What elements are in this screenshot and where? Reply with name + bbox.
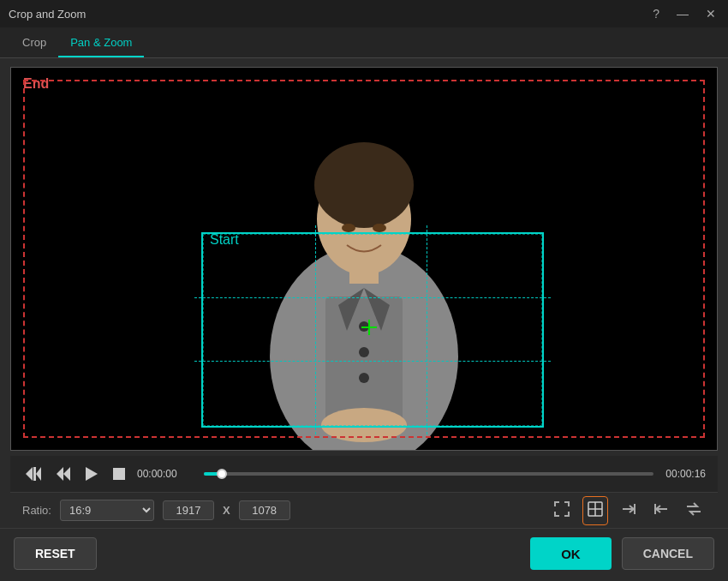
- svg-point-12: [373, 224, 386, 232]
- total-time: 00:00:16: [665, 468, 706, 480]
- button-bar: RESET OK CANCEL: [0, 528, 728, 578]
- titlebar-controls: ? — ✕: [649, 5, 719, 22]
- svg-rect-19: [113, 468, 125, 480]
- ok-button[interactable]: OK: [530, 537, 612, 570]
- svg-marker-15: [36, 467, 41, 481]
- svg-marker-16: [63, 467, 70, 481]
- swap-button[interactable]: [682, 497, 706, 524]
- coord-separator: X: [223, 504, 230, 517]
- current-time: 00:00:00: [137, 468, 192, 480]
- playback-controls: 00:00:00 00:00:16: [10, 456, 718, 492]
- fit-icon-button[interactable]: [550, 497, 574, 524]
- crosshair: [361, 320, 377, 335]
- help-button[interactable]: ?: [649, 5, 663, 22]
- video-area: End Start: [10, 67, 718, 451]
- cancel-button[interactable]: CANCEL: [622, 537, 714, 570]
- ratio-bar: Ratio: 16:9 4:3 1:1 Custom X: [10, 492, 718, 528]
- svg-point-11: [342, 224, 355, 232]
- tab-pan-zoom[interactable]: Pan & Zoom: [58, 29, 144, 57]
- tabbar: Crop Pan & Zoom: [0, 27, 728, 58]
- progress-thumb[interactable]: [217, 469, 227, 479]
- width-input[interactable]: [163, 500, 214, 520]
- end-label: End: [23, 76, 49, 92]
- play-button[interactable]: [82, 465, 101, 482]
- align-left-button[interactable]: [649, 497, 673, 524]
- svg-point-6: [359, 347, 369, 357]
- stop-button[interactable]: [110, 466, 128, 482]
- svg-rect-3: [349, 258, 379, 284]
- window-title: Crop and Zoom: [9, 8, 86, 21]
- svg-point-10: [321, 408, 407, 442]
- align-right-button[interactable]: [617, 497, 641, 524]
- video-person: [240, 108, 488, 451]
- svg-rect-14: [33, 467, 36, 481]
- ratio-select[interactable]: 16:9 4:3 1:1 Custom: [60, 500, 154, 521]
- progress-bar[interactable]: [204, 472, 653, 476]
- svg-point-2: [314, 142, 414, 228]
- svg-point-7: [359, 373, 369, 383]
- ratio-label: Ratio:: [22, 504, 51, 517]
- confirm-buttons: OK CANCEL: [530, 537, 714, 570]
- svg-marker-18: [86, 467, 98, 481]
- minimize-button[interactable]: —: [673, 5, 692, 22]
- step-back-button[interactable]: [22, 465, 45, 482]
- svg-marker-13: [26, 467, 33, 481]
- center-crop-button[interactable]: [582, 496, 608, 525]
- frame-back-button[interactable]: [53, 465, 74, 482]
- close-button[interactable]: ✕: [702, 5, 719, 22]
- titlebar: Crop and Zoom ? — ✕: [0, 0, 728, 27]
- tab-crop[interactable]: Crop: [10, 29, 58, 57]
- svg-marker-17: [57, 467, 63, 481]
- reset-button[interactable]: RESET: [14, 537, 97, 570]
- height-input[interactable]: [239, 500, 290, 520]
